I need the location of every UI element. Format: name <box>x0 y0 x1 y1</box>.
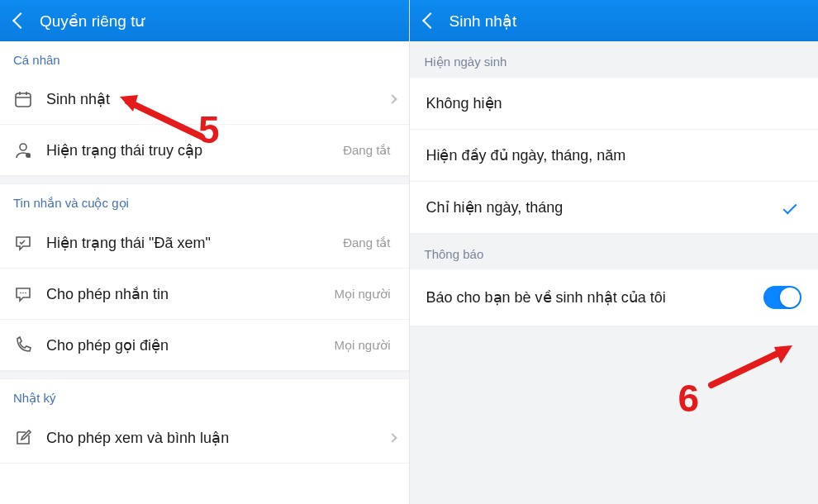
birthday-panel: Sinh nhật Hiện ngày sinh Không hiện Hiện… <box>409 0 819 504</box>
check-icon <box>783 201 797 215</box>
row-label: Cho phép xem và bình luận <box>46 429 389 447</box>
toggle-knob <box>780 288 800 307</box>
row-allow-calls[interactable]: Cho phép gọi điện Mọi người <box>0 320 409 371</box>
section-header-diary: Nhật ký <box>0 379 409 412</box>
header-bar: Sinh nhật <box>410 0 819 41</box>
chevron-right-icon <box>388 94 397 103</box>
empty-area <box>410 326 819 504</box>
row-meta: Đang tắt <box>343 143 390 158</box>
row-label: Hiện trạng thái "Đã xem" <box>46 234 343 252</box>
row-label: Hiện trạng thái truy cập <box>46 141 343 159</box>
row-view-comment[interactable]: Cho phép xem và bình luận <box>0 412 409 464</box>
section-header-personal: Cá nhân <box>0 41 409 74</box>
toggle-switch[interactable] <box>763 286 801 309</box>
option-label: Không hiện <box>426 94 802 112</box>
header-bar: Quyền riêng tư <box>0 0 409 41</box>
header-title: Sinh nhật <box>449 12 517 31</box>
section-header-messages: Tin nhắn và cuộc gọi <box>0 184 409 217</box>
edit-icon <box>13 428 46 448</box>
svg-point-3 <box>20 292 21 293</box>
chat-seen-icon <box>13 233 46 253</box>
calendar-icon <box>13 89 46 109</box>
row-allow-messages[interactable]: Cho phép nhắn tin Mọi người <box>0 269 409 320</box>
section-header-display-birthday: Hiện ngày sinh <box>410 41 819 78</box>
row-label: Sinh nhật <box>46 90 389 108</box>
row-notify-friends[interactable]: Báo cho bạn bè về sinh nhật của tôi <box>410 269 819 326</box>
row-meta: Mọi người <box>334 287 390 302</box>
option-full-date[interactable]: Hiện đầy đủ ngày, tháng, năm <box>410 130 819 182</box>
svg-point-2 <box>26 153 31 158</box>
section-divider <box>0 371 409 379</box>
privacy-panel: Quyền riêng tư Cá nhân Sinh nhật Hiện tr… <box>0 0 409 504</box>
option-day-month[interactable]: Chỉ hiện ngày, tháng <box>410 182 819 234</box>
row-label: Cho phép nhắn tin <box>46 285 334 303</box>
row-label: Báo cho bạn bè về sinh nhật của tôi <box>426 288 764 307</box>
row-seen-status[interactable]: Hiện trạng thái "Đã xem" Đang tắt <box>0 217 409 269</box>
svg-point-1 <box>20 144 26 150</box>
header-title: Quyền riêng tư <box>40 12 145 31</box>
section-header-notify: Thông báo <box>410 234 819 269</box>
user-status-icon <box>13 140 46 160</box>
back-icon[interactable] <box>422 12 439 29</box>
chat-icon <box>13 284 46 304</box>
option-label: Hiện đầy đủ ngày, tháng, năm <box>426 146 802 164</box>
row-meta: Mọi người <box>334 338 390 353</box>
option-hide[interactable]: Không hiện <box>410 78 819 130</box>
svg-point-5 <box>25 292 26 293</box>
phone-icon <box>13 335 46 355</box>
svg-rect-0 <box>16 93 31 107</box>
option-label: Chỉ hiện ngày, tháng <box>426 198 784 216</box>
section-divider <box>0 176 409 184</box>
row-meta: Đang tắt <box>343 235 390 250</box>
svg-point-4 <box>22 292 24 293</box>
row-online-status[interactable]: Hiện trạng thái truy cập Đang tắt <box>0 125 409 176</box>
chevron-right-icon <box>388 433 397 442</box>
row-birthday[interactable]: Sinh nhật <box>0 74 409 125</box>
row-label: Cho phép gọi điện <box>46 336 334 354</box>
back-icon[interactable] <box>12 12 29 29</box>
